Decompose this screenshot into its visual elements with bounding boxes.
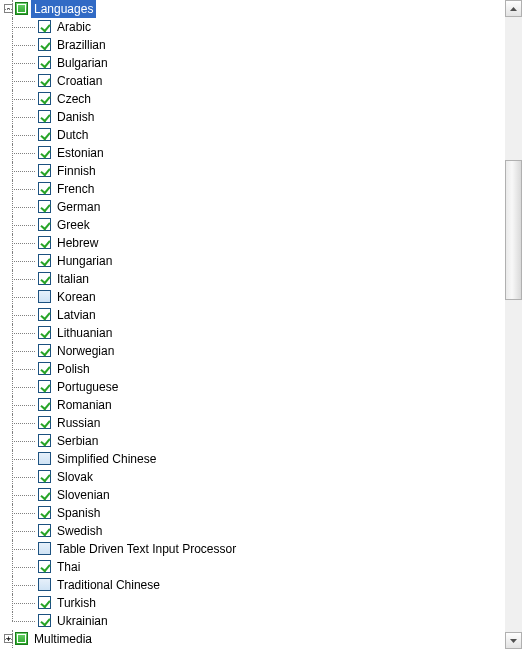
checkbox[interactable] — [38, 290, 51, 303]
checkbox[interactable] — [38, 218, 51, 231]
checkbox[interactable] — [38, 470, 51, 483]
tree-item-label[interactable]: Table Driven Text Input Processor — [54, 540, 239, 558]
checkbox[interactable] — [38, 110, 51, 123]
tree-node-item[interactable]: Danish — [0, 108, 505, 126]
checkbox[interactable] — [38, 362, 51, 375]
scroll-up-button[interactable] — [505, 0, 522, 17]
tree-node-item[interactable]: Bulgarian — [0, 54, 505, 72]
tree-node-item[interactable]: Simplified Chinese — [0, 450, 505, 468]
checkbox[interactable] — [38, 74, 51, 87]
tree-node-item[interactable]: Ukrainian — [0, 612, 505, 630]
checkbox[interactable] — [38, 488, 51, 501]
tree-node-item[interactable]: Thai — [0, 558, 505, 576]
tree-item-label[interactable]: Multimedia — [31, 630, 95, 648]
checkbox[interactable] — [38, 578, 51, 591]
tree-item-label[interactable]: Danish — [54, 108, 97, 126]
tree-node-item[interactable]: Latvian — [0, 306, 505, 324]
scrollbar-thumb[interactable] — [505, 160, 522, 300]
checkbox[interactable] — [38, 344, 51, 357]
tree-node-item[interactable]: Russian — [0, 414, 505, 432]
checkbox[interactable] — [38, 398, 51, 411]
tree-item-label[interactable]: Estonian — [54, 144, 107, 162]
checkbox[interactable] — [38, 596, 51, 609]
checkbox[interactable] — [38, 164, 51, 177]
tree-node-item[interactable]: French — [0, 180, 505, 198]
tree-item-label[interactable]: Swedish — [54, 522, 105, 540]
collapse-icon[interactable]: - — [4, 4, 13, 13]
tree-item-label[interactable]: Languages — [31, 0, 96, 18]
tree-node-item[interactable]: Slovak — [0, 468, 505, 486]
checkbox[interactable] — [38, 506, 51, 519]
tree-item-label[interactable]: Arabic — [54, 18, 94, 36]
tree-item-label[interactable]: Dutch — [54, 126, 91, 144]
tree-item-label[interactable]: Simplified Chinese — [54, 450, 159, 468]
checkbox[interactable] — [38, 20, 51, 33]
checkbox[interactable] — [38, 416, 51, 429]
tree-node-item[interactable]: Polish — [0, 360, 505, 378]
tree-node-item[interactable]: German — [0, 198, 505, 216]
tree-node-item[interactable]: Norwegian — [0, 342, 505, 360]
tree-node-item[interactable]: Serbian — [0, 432, 505, 450]
tree-node-item[interactable]: Arabic — [0, 18, 505, 36]
tree-node-item[interactable]: Croatian — [0, 72, 505, 90]
tree-node-item[interactable]: Czech — [0, 90, 505, 108]
tree-node-item[interactable]: Finnish — [0, 162, 505, 180]
expand-icon[interactable]: + — [4, 634, 13, 643]
checkbox[interactable] — [38, 524, 51, 537]
checkbox[interactable] — [38, 272, 51, 285]
checkbox[interactable] — [38, 236, 51, 249]
tree-item-label[interactable]: Thai — [54, 558, 83, 576]
tree-item-label[interactable]: Lithuanian — [54, 324, 115, 342]
tree-node-item[interactable]: Romanian — [0, 396, 505, 414]
tree-item-label[interactable]: German — [54, 198, 103, 216]
tree-node-item[interactable]: Greek — [0, 216, 505, 234]
checkbox[interactable] — [38, 452, 51, 465]
checkbox[interactable] — [38, 182, 51, 195]
tree-item-label[interactable]: Slovenian — [54, 486, 113, 504]
tree-node-item[interactable]: Lithuanian — [0, 324, 505, 342]
tree-item-label[interactable]: Slovak — [54, 468, 96, 486]
tree-item-label[interactable]: Serbian — [54, 432, 101, 450]
checkbox[interactable] — [38, 146, 51, 159]
tree-node-item[interactable]: Table Driven Text Input Processor — [0, 540, 505, 558]
checkbox[interactable] — [38, 200, 51, 213]
tree-node-parent[interactable]: -Languages — [0, 0, 505, 18]
checkbox[interactable] — [38, 434, 51, 447]
scroll-down-button[interactable] — [505, 632, 522, 649]
tree-item-label[interactable]: Hebrew — [54, 234, 101, 252]
tree-item-label[interactable]: Hungarian — [54, 252, 115, 270]
tree-item-label[interactable]: Czech — [54, 90, 94, 108]
checkbox[interactable] — [38, 56, 51, 69]
checkbox[interactable] — [15, 2, 28, 15]
tree-node-item[interactable]: Hebrew — [0, 234, 505, 252]
checkbox[interactable] — [38, 542, 51, 555]
checkbox[interactable] — [38, 380, 51, 393]
tree-node-item[interactable]: Swedish — [0, 522, 505, 540]
tree-node-item[interactable]: Spanish — [0, 504, 505, 522]
tree-item-label[interactable]: Polish — [54, 360, 93, 378]
checkbox[interactable] — [38, 92, 51, 105]
tree-item-label[interactable]: Romanian — [54, 396, 115, 414]
tree-item-label[interactable]: Italian — [54, 270, 92, 288]
tree-node-item[interactable]: Traditional Chinese — [0, 576, 505, 594]
tree-node-item[interactable]: Turkish — [0, 594, 505, 612]
tree-item-label[interactable]: Bulgarian — [54, 54, 111, 72]
tree-item-label[interactable]: Traditional Chinese — [54, 576, 163, 594]
tree-item-label[interactable]: Turkish — [54, 594, 99, 612]
tree-item-label[interactable]: Spanish — [54, 504, 103, 522]
tree-node-item[interactable]: Italian — [0, 270, 505, 288]
tree-node-item[interactable]: Slovenian — [0, 486, 505, 504]
tree-item-label[interactable]: Latvian — [54, 306, 99, 324]
checkbox[interactable] — [38, 326, 51, 339]
component-tree[interactable]: -LanguagesArabicBrazillianBulgarianCroat… — [0, 0, 505, 649]
tree-item-label[interactable]: French — [54, 180, 97, 198]
tree-node-item[interactable]: Portuguese — [0, 378, 505, 396]
checkbox[interactable] — [38, 128, 51, 141]
tree-item-label[interactable]: Ukrainian — [54, 612, 111, 630]
checkbox[interactable] — [38, 614, 51, 627]
checkbox[interactable] — [38, 38, 51, 51]
checkbox[interactable] — [15, 632, 28, 645]
tree-item-label[interactable]: Greek — [54, 216, 93, 234]
tree-item-label[interactable]: Korean — [54, 288, 99, 306]
tree-node-item[interactable]: Estonian — [0, 144, 505, 162]
